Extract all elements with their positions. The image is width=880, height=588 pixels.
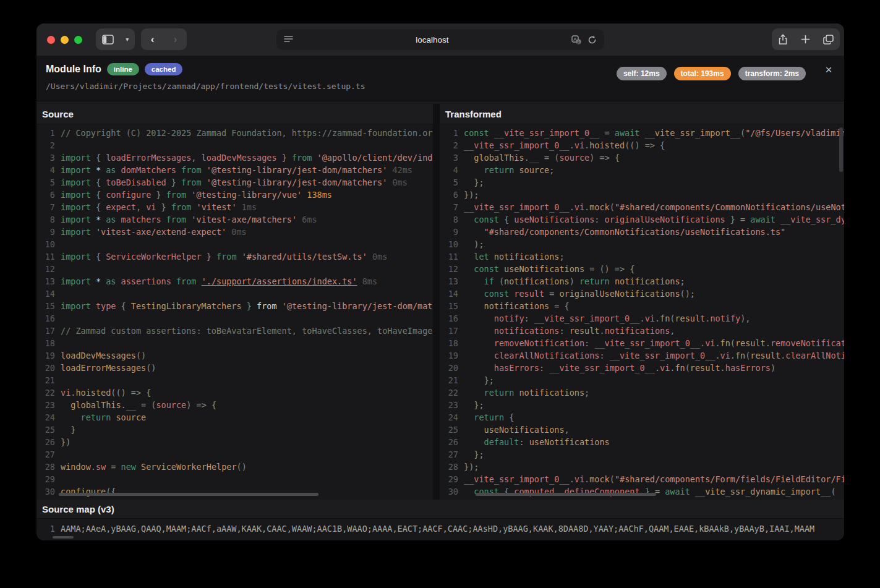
translate-icon[interactable]: A あ [571, 35, 581, 45]
code-line: 13import * as assertions from './support… [36, 275, 433, 288]
close-button[interactable]: × [822, 63, 835, 77]
zoom-window-button[interactable] [74, 36, 82, 44]
sourcemap-line-number: 1 [36, 522, 61, 535]
code-line: 16 [36, 312, 433, 325]
code-line: 30configure({ [36, 485, 433, 498]
total-time-badge: total: 193ms [674, 67, 731, 80]
code-line: 13 if (notifications) return notificatio… [440, 275, 844, 288]
module-file-path: /Users/vladimir/Projects/zammad/app/fron… [46, 82, 365, 91]
new-tab-icon[interactable] [801, 35, 810, 44]
sourcemap-section: Source map (v3) 1 AAMA;AAeA,yBAAG,QAAQ,M… [36, 500, 844, 540]
code-line: 23 }; [440, 399, 844, 411]
code-line: 1const __vite_ssr_import_0__ = await __v… [440, 127, 844, 139]
code-line: 10 ); [440, 238, 844, 250]
code-line: 18 [36, 337, 433, 349]
code-line: 22vi.hoisted(() => { [36, 386, 433, 399]
close-window-button[interactable] [47, 36, 55, 44]
code-line: 25 useNotifications, [440, 424, 844, 436]
code-line: 2__vite_ssr_import_0__.vi.hoisted(() => … [440, 139, 844, 151]
transformed-vertical-scrollbar[interactable] [839, 127, 843, 172]
sidebar-toggle-button[interactable]: ▾ [96, 28, 135, 50]
sourcemap-title: Source map (v3) [36, 500, 844, 519]
reader-view-icon[interactable] [284, 35, 293, 44]
code-line: 10 [36, 238, 433, 250]
code-line: 19loadDevMessages() [36, 349, 433, 362]
code-line: 27 [36, 448, 433, 461]
code-line: 4 return source; [440, 164, 844, 176]
code-line: 29 [36, 473, 433, 485]
sidebar-icon [102, 35, 114, 45]
code-line: 24 return { [440, 411, 844, 424]
code-line: 17// Zammad custom assertions: toBeAvata… [36, 325, 433, 337]
code-line: 12 const useNotifications = () => { [440, 263, 844, 275]
code-line: 3 globalThis.__ = (source) => { [440, 151, 844, 164]
back-button[interactable]: ‹ [151, 34, 155, 45]
browser-toolbar: ▾ ‹ › localhost [36, 23, 844, 56]
code-line: 1// Copyright (C) 2012-2025 Zammad Found… [36, 127, 433, 139]
code-panels: Source 1// Copyright (C) 2012-2025 Zamma… [36, 104, 844, 500]
code-line: 19 clearAllNotifications: __vite_ssr_imp… [440, 349, 844, 362]
source-panel: Source 1// Copyright (C) 2012-2025 Zamma… [36, 104, 433, 500]
tab-overview-icon[interactable] [823, 35, 834, 45]
code-line: 21 }; [440, 374, 844, 386]
url-text: localhost [293, 35, 571, 45]
file-link[interactable]: './support/assertions/index.ts' [202, 276, 357, 286]
nav-buttons: ‹ › [141, 28, 187, 50]
source-horizontal-scrollbar[interactable] [59, 493, 318, 496]
timing-badges: self: 12ms total: 193ms transform: 2ms [617, 67, 806, 80]
transformed-panel: Transformed 1const __vite_ssr_import_0__… [440, 104, 844, 500]
code-line: 15 notifications = { [440, 300, 844, 312]
code-line: 6import { configure } from '@testing-lib… [36, 189, 433, 201]
code-line: 26 default: useNotifications [440, 436, 844, 448]
code-line: 8 const { useNotifications: originalUseN… [440, 213, 844, 226]
code-line: 23 globalThis.__ = (source) => { [36, 399, 433, 411]
code-line: 5import { toBeDisabled } from '@testing-… [36, 176, 433, 189]
code-line: 7__vite_ssr_import_0__.vi.mock("#shared/… [440, 201, 844, 213]
code-line: 16 notify: __vite_ssr_import_0__.vi.fn(r… [440, 312, 844, 325]
forward-button[interactable]: › [174, 34, 177, 45]
sourcemap-line: 1 AAMA;AAeA,yBAAG,QAAQ,MAAM;AACf,aAAW,KA… [36, 522, 844, 535]
chevron-down-icon: ▾ [126, 36, 129, 43]
transformed-code: 1const __vite_ssr_import_0__ = await __v… [440, 124, 844, 498]
module-info-header: Module Info inline cached /Users/vladimi… [36, 56, 844, 103]
source-panel-title: Source [36, 104, 433, 124]
code-line: 4import * as domMatchers from '@testing-… [36, 164, 433, 176]
code-line: 14 const result = originalUseNotificatio… [440, 288, 844, 300]
screen: ▾ ‹ › localhost [0, 0, 880, 588]
code-line: 28}); [440, 461, 844, 473]
toolbar-actions [772, 28, 840, 50]
code-line: 6}); [440, 189, 844, 201]
reload-icon[interactable] [587, 35, 597, 45]
source-code: 1// Copyright (C) 2012-2025 Zammad Found… [36, 124, 433, 498]
code-line: 22 return notifications; [440, 386, 844, 399]
code-line: 17 notifications: result.notifications, [440, 325, 844, 337]
sourcemap-horizontal-scrollbar[interactable] [53, 536, 74, 539]
code-line: 11 let notifications; [440, 250, 844, 263]
code-line: 15import type { TestingLibraryMatchers }… [36, 300, 433, 312]
code-line: 14 [36, 288, 433, 300]
transformed-horizontal-scrollbar[interactable] [476, 493, 656, 496]
browser-window: ▾ ‹ › localhost [36, 23, 844, 540]
svg-text:あ: あ [576, 40, 580, 45]
share-icon[interactable] [778, 34, 788, 45]
code-line: 3import { loadErrorMessages, loadDevMess… [36, 151, 433, 164]
code-line: 20loadErrorMessages() [36, 362, 433, 374]
address-bar[interactable]: localhost A あ [276, 29, 604, 50]
page-title: Module Info [46, 64, 101, 75]
code-line: 8import * as matchers from 'vitest-axe/m… [36, 213, 433, 226]
code-line: 24 return source [36, 411, 433, 424]
cached-badge: cached [145, 63, 183, 75]
code-line: 28window.sw = new ServiceWorkerHelper() [36, 461, 433, 473]
transform-time-badge: transform: 2ms [738, 67, 806, 80]
minimize-window-button[interactable] [61, 36, 69, 44]
inline-badge: inline [107, 63, 139, 75]
code-line: 11import { ServiceWorkerHelper } from '#… [36, 250, 433, 263]
code-line: 18 removeNotification: __vite_ssr_import… [440, 337, 844, 349]
code-line: 9import 'vitest-axe/extend-expect' 0ms [36, 226, 433, 238]
code-line: 20 hasErrors: __vite_ssr_import_0__.vi.f… [440, 362, 844, 374]
code-line: 9 "#shared/components/CommonNotification… [440, 226, 844, 238]
code-line: 29__vite_ssr_import_0__.vi.mock("#shared… [440, 473, 844, 485]
code-line: 12 [36, 263, 433, 275]
code-line: 30 const { computed, defineComponent } =… [440, 485, 844, 498]
code-line: 2 [36, 139, 433, 151]
